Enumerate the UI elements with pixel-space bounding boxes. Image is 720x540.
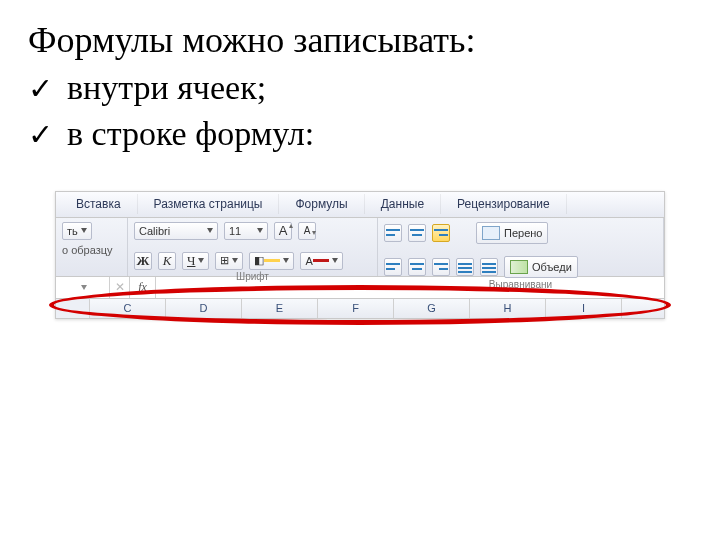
column-header[interactable]: E: [242, 299, 318, 318]
align-right-button[interactable]: [432, 258, 450, 276]
align-middle-icon: [410, 227, 424, 239]
column-header[interactable]: G: [394, 299, 470, 318]
merge-cells-icon: [510, 260, 528, 274]
font-color-swatch: [313, 259, 329, 262]
fill-color-button[interactable]: ◧: [249, 252, 294, 270]
bullet-text: в строке формул:: [67, 111, 314, 157]
italic-button[interactable]: К: [158, 252, 176, 270]
shrink-font-button[interactable]: A: [298, 222, 316, 240]
chevron-down-icon: [257, 228, 263, 233]
grow-font-button[interactable]: A: [274, 222, 292, 240]
tab-data[interactable]: Данные: [365, 194, 441, 214]
borders-button[interactable]: ⊞: [215, 252, 243, 270]
bold-button[interactable]: Ж: [134, 252, 152, 270]
bullet-item: ✓ внутри ячеек;: [28, 65, 692, 111]
align-center-icon: [410, 261, 424, 273]
decrease-indent-button[interactable]: [456, 258, 474, 276]
wrap-text-label: Перено: [504, 227, 542, 239]
group-font-label: Шрифт: [134, 270, 371, 282]
chevron-down-icon: [283, 258, 289, 263]
align-left-button[interactable]: [384, 258, 402, 276]
ribbon-tab-row: Вставка Разметка страницы Формулы Данные…: [56, 192, 664, 218]
slide-title: Формулы можно записывать:: [28, 18, 692, 63]
fill-color-icon: ◧: [254, 254, 264, 267]
chevron-down-icon: [232, 258, 238, 263]
increase-indent-icon: [482, 261, 496, 273]
checkmark-icon: ✓: [28, 115, 53, 156]
align-middle-button[interactable]: [408, 224, 426, 242]
column-header-row: C D E F G H I: [56, 298, 664, 318]
wrap-text-button[interactable]: Перено: [476, 222, 548, 244]
font-name-value: Calibri: [139, 225, 170, 237]
font-color-button[interactable]: A: [300, 252, 342, 270]
chevron-down-icon: [332, 258, 338, 263]
chevron-down-icon: [81, 228, 87, 233]
font-color-icon: A: [305, 255, 312, 267]
excel-screenshot: Вставка Разметка страницы Формулы Данные…: [55, 191, 665, 319]
group-clipboard: ть о образцу: [56, 218, 128, 276]
increase-indent-button[interactable]: [480, 258, 498, 276]
fill-color-swatch: [264, 259, 280, 262]
tab-page-layout[interactable]: Разметка страницы: [138, 194, 280, 214]
format-painter-label: о образцу: [62, 244, 113, 256]
align-right-icon: [434, 261, 448, 273]
group-alignment-label: Выравнивани: [384, 278, 657, 290]
merge-cells-button[interactable]: Объеди: [504, 256, 578, 278]
paste-label: ть: [67, 225, 78, 237]
borders-icon: ⊞: [220, 254, 229, 267]
column-header[interactable]: C: [90, 299, 166, 318]
align-left-icon: [386, 261, 400, 273]
bold-icon: Ж: [137, 253, 150, 269]
align-top-button[interactable]: [384, 224, 402, 242]
font-size-value: 11: [229, 225, 241, 237]
merge-cells-label: Объеди: [532, 261, 572, 273]
column-header[interactable]: I: [546, 299, 622, 318]
group-font: Calibri 11 A A Ж К Ч ⊞ ◧: [128, 218, 378, 276]
ribbon: Вставка Разметка страницы Формулы Данные…: [55, 191, 665, 319]
checkmark-icon: ✓: [28, 69, 53, 110]
paste-dropdown[interactable]: ть: [62, 222, 92, 240]
bullet-item: ✓ в строке формул:: [28, 111, 692, 157]
underline-button[interactable]: Ч: [182, 252, 209, 270]
tab-review[interactable]: Рецензирование: [441, 194, 567, 214]
chevron-down-icon: [198, 258, 204, 263]
cancel-fx-button[interactable]: ✕: [110, 277, 130, 298]
shrink-font-icon: A: [304, 225, 311, 236]
decrease-indent-icon: [458, 261, 472, 273]
select-all-corner[interactable]: [56, 299, 90, 318]
align-center-button[interactable]: [408, 258, 426, 276]
column-header[interactable]: F: [318, 299, 394, 318]
bullet-list: ✓ внутри ячеек; ✓ в строке формул:: [28, 65, 692, 157]
bullet-text: внутри ячеек;: [67, 65, 266, 111]
group-label: [62, 273, 121, 274]
chevron-down-icon: [207, 228, 213, 233]
align-bottom-button[interactable]: [432, 224, 450, 242]
align-bottom-icon: [434, 227, 448, 239]
wrap-text-icon: [482, 226, 500, 240]
tab-insert[interactable]: Вставка: [60, 194, 138, 214]
name-box[interactable]: [56, 277, 110, 298]
italic-icon: К: [163, 253, 172, 269]
font-name-combo[interactable]: Calibri: [134, 222, 218, 240]
align-top-icon: [386, 227, 400, 239]
grow-font-icon: A: [279, 223, 288, 238]
column-header[interactable]: H: [470, 299, 546, 318]
chevron-down-icon: [81, 285, 87, 290]
column-header[interactable]: D: [166, 299, 242, 318]
font-size-combo[interactable]: 11: [224, 222, 268, 240]
underline-icon: Ч: [187, 253, 195, 269]
ribbon-groups: ть о образцу Calibri 11: [56, 218, 664, 276]
tab-formulas[interactable]: Формулы: [279, 194, 364, 214]
group-alignment: Перено Объеди Выравнивани: [378, 218, 664, 276]
